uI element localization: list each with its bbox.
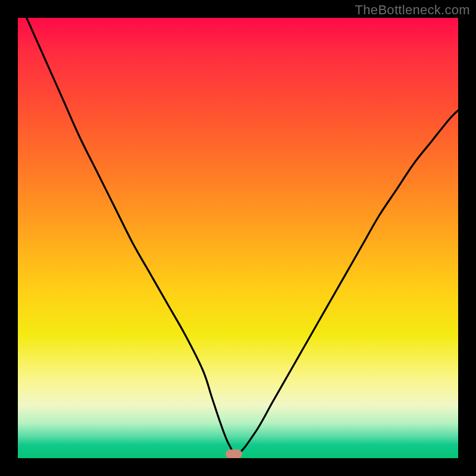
plot-area: [18, 18, 458, 458]
optimal-point-marker: [226, 449, 242, 458]
chart-frame: TheBottleneck.com: [0, 0, 476, 476]
watermark-text: TheBottleneck.com: [355, 2, 470, 18]
bottleneck-curve: [18, 18, 458, 458]
